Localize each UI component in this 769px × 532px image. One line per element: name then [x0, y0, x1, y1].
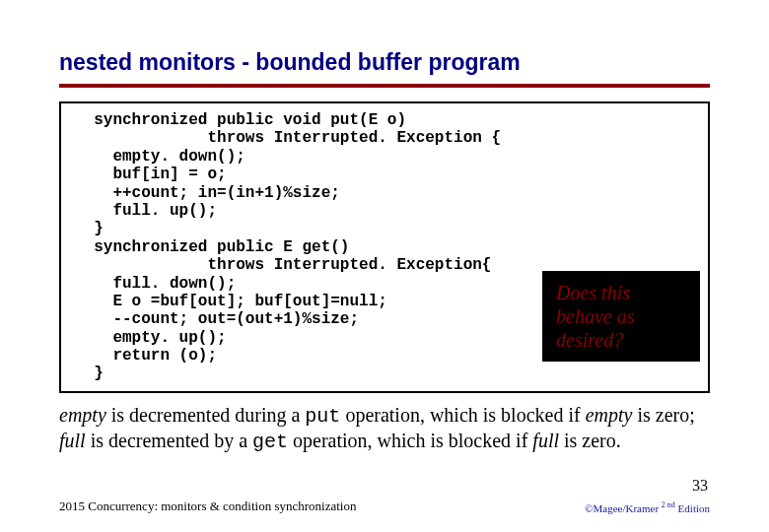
body-t12: is zero. [559, 430, 621, 451]
title-underline [59, 84, 710, 88]
footer-right-post: Edition [675, 502, 710, 514]
body-t5: empty [586, 404, 633, 426]
body-t2: is decremented during a [106, 404, 306, 426]
footer-right-pre: ©Magee/Kramer [585, 502, 662, 514]
body-t7: full [59, 430, 86, 451]
footer-left: 2015 Concurrency: monitors & condition s… [59, 499, 356, 514]
body-t8: is decremented by a [86, 430, 252, 451]
page-number: 33 [692, 477, 708, 495]
footer-right: ©Magee/Kramer 2 nd Edition [585, 500, 710, 514]
highlight-question-box: Does this behave as desired? [542, 271, 700, 362]
body-t3: put [305, 405, 340, 428]
slide-title: nested monitors - bounded buffer program [59, 49, 710, 76]
body-paragraph: empty is decremented during a put operat… [59, 403, 710, 454]
body-t6: is zero; [632, 404, 694, 426]
body-t4: operation, which is blocked if [340, 404, 585, 426]
body-t11: full [532, 430, 559, 451]
body-t1: empty [59, 404, 106, 426]
body-t10: operation, which is blocked if [288, 430, 532, 451]
body-t9: get [252, 431, 288, 453]
code-content: synchronized public void put(E o) throws… [75, 111, 501, 382]
footer-right-sup: 2 nd [662, 500, 675, 509]
code-block: synchronized public void put(E o) throws… [59, 101, 710, 393]
